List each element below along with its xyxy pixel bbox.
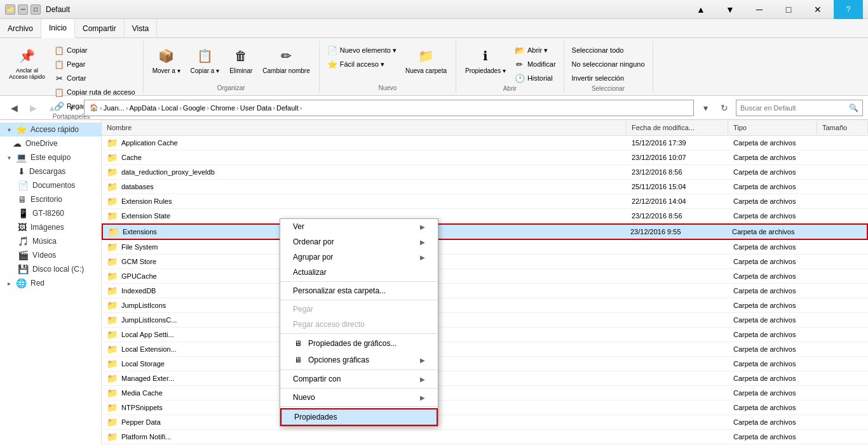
help-btn[interactable]: ? <box>834 0 863 19</box>
btn-nuevo-elemento[interactable]: 📄 Nuevo elemento ▾ <box>325 43 399 57</box>
table-row[interactable]: 📁 Local Extension... Carpeta de archivos <box>102 342 868 357</box>
sidebar-item-disco[interactable]: 💾 Disco local (C:) <box>0 262 101 276</box>
btn-copiar-a[interactable]: 📋 Copiar a ▾ <box>187 43 224 77</box>
context-menu-item[interactable]: Nuevo▶ <box>280 390 438 405</box>
table-row[interactable]: 📁 Application Cache 15/12/2016 17:39 Car… <box>102 136 868 150</box>
file-date <box>627 422 728 423</box>
col-header-date[interactable]: Fecha de modifica... <box>627 121 728 134</box>
table-row[interactable]: 📁 GCM Store Carpeta de archivos <box>102 255 868 269</box>
table-row[interactable]: 📁 Managed Exter... Carpeta de archivos <box>102 371 868 386</box>
tab-compartir[interactable]: Compartir <box>75 19 125 37</box>
btn-cambiar-nombre[interactable]: ✏ Cambiar nombre <box>259 43 313 77</box>
table-row[interactable]: 📁 File System Carpeta de archivos <box>102 240 868 255</box>
sidebar-item-acceso-rapido[interactable]: ▾ ⭐ Acceso rápido <box>0 123 101 136</box>
table-row[interactable]: 📁 data_reduction_proxy_leveldb 23/12/201… <box>102 165 868 180</box>
btn-abrir[interactable]: 📂 Abrir ▾ <box>512 43 559 57</box>
minimize-btn[interactable]: ─ <box>745 0 774 19</box>
table-row[interactable]: 📁 JumpListIcons Carpeta de archivos <box>102 298 868 313</box>
table-row[interactable]: 📁 Media Cache Carpeta de archivos <box>102 386 868 401</box>
sidebar-item-videos[interactable]: 🎬 Vídeos <box>0 248 101 262</box>
file-type: Carpeta de archivos <box>728 330 817 339</box>
col-header-name[interactable]: Nombre <box>102 121 627 134</box>
btn-facil-acceso[interactable]: ⭐ Fácil acceso ▾ <box>325 57 399 71</box>
file-size <box>817 349 868 350</box>
maximize-btn[interactable]: □ <box>774 0 803 19</box>
folder-icon: 📁 <box>107 242 118 252</box>
context-menu-item[interactable]: Compartir con▶ <box>280 371 438 387</box>
path-userdata[interactable]: User Data <box>240 104 272 112</box>
path-chrome[interactable]: Chrome <box>210 104 235 112</box>
path-google[interactable]: Google <box>183 104 205 112</box>
context-menu-item[interactable]: 🖥Opciones gráficas▶ <box>280 352 438 368</box>
btn-cortar[interactable]: ✂ Cortar <box>51 71 138 85</box>
recent-btn[interactable]: ▾ <box>62 99 80 117</box>
path-local[interactable]: Local <box>161 104 178 112</box>
sidebar-item-escritorio[interactable]: 🖥 Escritorio <box>0 192 101 206</box>
table-row[interactable]: 📁 Cache 23/12/2016 10:07 Carpeta de arch… <box>102 150 868 165</box>
btn-modificar[interactable]: ✏ Modificar <box>512 57 559 71</box>
context-menu-item[interactable]: Actualizar <box>280 265 438 280</box>
btn-copiar[interactable]: 📋 Copiar <box>51 43 138 57</box>
col-header-type[interactable]: Tipo <box>728 121 817 134</box>
table-row[interactable]: 📁 Local App Setti... Carpeta de archivos <box>102 328 868 342</box>
sidebar-item-gt[interactable]: 📱 GT-I8260 <box>0 206 101 220</box>
address-path[interactable]: 🏠 › Juan... › AppData › Local › Google ›… <box>84 100 694 116</box>
context-menu-item[interactable]: Agrupar por▶ <box>280 249 438 265</box>
ctx-item-label: Nuevo <box>293 393 315 402</box>
table-row[interactable]: 📁 Platform Notifi... Carpeta de archivos <box>102 430 868 444</box>
table-row[interactable]: 📁 JumpListIconsC... Carpeta de archivos <box>102 313 868 328</box>
table-row[interactable]: 📁 GPUCache Carpeta de archivos <box>102 269 868 284</box>
table-row[interactable]: 📁 Local Storage Carpeta de archivos <box>102 357 868 371</box>
context-menu-item[interactable]: Propiedades <box>280 408 438 426</box>
sidebar-item-este-equipo[interactable]: ▾ 💻 Este equipo <box>0 150 101 164</box>
col-header-size[interactable]: Tamaño <box>817 121 868 134</box>
table-row[interactable]: 📁 Pepper Data Carpeta de archivos <box>102 415 868 430</box>
sidebar-item-imagenes[interactable]: 🖼 Imágenes <box>0 220 101 234</box>
btn-pegar[interactable]: 📋 Pegar <box>51 57 138 71</box>
btn-seleccionar-todo[interactable]: Seleccionar todo <box>569 43 648 57</box>
sidebar-item-onedrive[interactable]: ☁ OneDrive <box>0 136 101 150</box>
sidebar-item-descargas[interactable]: ⬇ Descargas <box>0 164 101 178</box>
context-menu-item[interactable]: Personalizar esta carpeta... <box>280 283 438 298</box>
tab-archivo[interactable]: Archivo <box>0 19 41 37</box>
path-refresh-btn[interactable]: ▾ <box>698 100 713 116</box>
scroll-up-btn[interactable]: ▲ <box>686 0 715 19</box>
tab-vista[interactable]: Vista <box>125 19 157 37</box>
table-row[interactable]: 📁 Extensions 23/12/2016 9:55 Carpeta de … <box>102 223 868 240</box>
tab-inicio[interactable]: Inicio <box>41 19 75 38</box>
btn-historial[interactable]: 🕐 Historial <box>512 71 559 85</box>
nueva-carpeta-icon: 📁 <box>416 46 436 66</box>
table-row[interactable]: 📁 IndexedDB Carpeta de archivos <box>102 284 868 298</box>
btn-copiar-ruta[interactable]: 📋 Copiar ruta de acceso <box>51 85 138 99</box>
file-size <box>817 392 868 394</box>
back-btn[interactable]: ◀ <box>5 99 23 117</box>
table-row[interactable]: 📁 NTPSnippets Carpeta de archivos <box>102 401 868 415</box>
path-appdata[interactable]: AppData <box>129 104 156 112</box>
sidebar-item-documentos[interactable]: 📄 Documentos <box>0 178 101 192</box>
btn-propiedades[interactable]: ℹ Propiedades ▾ <box>461 43 510 77</box>
table-row[interactable]: 📁 databases 25/11/2016 15:04 Carpeta de … <box>102 180 868 194</box>
context-menu-item[interactable]: Ver▶ <box>280 219 438 234</box>
sidebar-item-red[interactable]: ▸ 🌐 Red <box>0 276 101 290</box>
up-btn[interactable]: ▲ <box>43 99 61 117</box>
btn-invertir-sel[interactable]: Invertir selección <box>569 71 648 85</box>
search-input[interactable] <box>740 104 846 112</box>
path-default[interactable]: Default <box>276 104 299 112</box>
btn-nueva-carpeta[interactable]: 📁 Nueva carpeta <box>402 43 451 77</box>
file-date <box>627 436 728 437</box>
scroll-down-btn[interactable]: ▼ <box>715 0 745 19</box>
btn-no-seleccionar[interactable]: No seleccionar ninguno <box>569 57 648 71</box>
btn-eliminar[interactable]: 🗑 Eliminar <box>226 43 256 77</box>
close-btn[interactable]: ✕ <box>803 0 832 19</box>
context-menu-item[interactable]: Ordenar por▶ <box>280 234 438 249</box>
table-row[interactable]: 📁 Extension Rules 22/12/2016 14:04 Carpe… <box>102 194 868 209</box>
ctx-item-label: Pegar acceso directo <box>293 320 365 329</box>
btn-mover[interactable]: 📦 Mover a ▾ <box>149 43 184 77</box>
table-row[interactable]: 📁 Extension State 23/12/2016 8:56 Carpet… <box>102 209 868 223</box>
btn-anclar[interactable]: 📌 Anclar al Acceso rápido <box>5 43 49 83</box>
context-menu-item[interactable]: 🖥Propiedades de gráficos... <box>280 335 438 352</box>
sidebar-item-musica[interactable]: 🎵 Música <box>0 234 101 248</box>
forward-btn[interactable]: ▶ <box>24 99 42 117</box>
path-juan[interactable]: Juan... <box>104 104 125 112</box>
refresh-btn[interactable]: ↻ <box>717 100 732 116</box>
